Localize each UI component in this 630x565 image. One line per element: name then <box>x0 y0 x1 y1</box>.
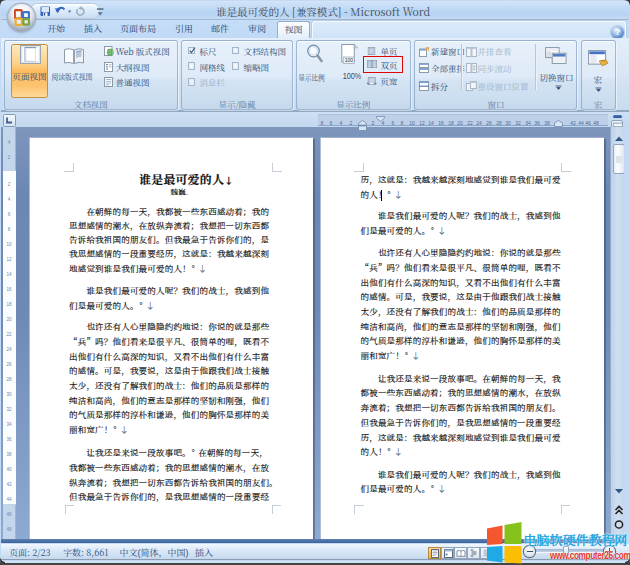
svg-text:100: 100 <box>345 57 354 63</box>
